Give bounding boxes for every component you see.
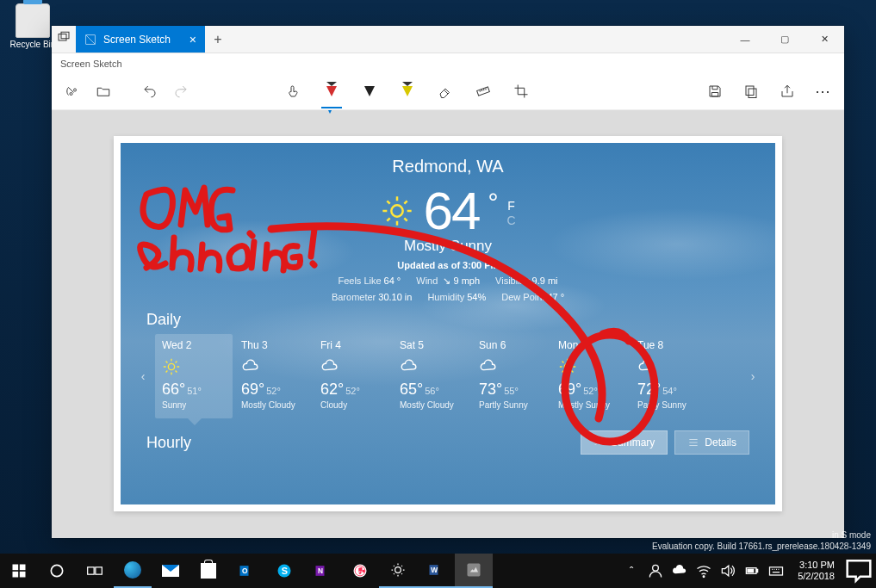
- itunes-button[interactable]: [341, 554, 379, 588]
- svg-rect-4: [746, 86, 754, 96]
- copy-button[interactable]: [739, 79, 763, 103]
- titlebar: Screen Sketch × + — ▢ ✕: [52, 26, 844, 53]
- day-card-1[interactable]: Thu 369°52°Mostly Cloudy: [234, 334, 312, 418]
- details-button[interactable]: Details: [674, 430, 749, 455]
- degree-symbol: °: [488, 188, 498, 217]
- weather-app-button[interactable]: [379, 554, 417, 588]
- svg-text:O: O: [242, 566, 248, 575]
- keyboard-icon[interactable]: [765, 554, 787, 588]
- mail-button[interactable]: [152, 554, 189, 588]
- day-card-3[interactable]: Sat 565°56°Mostly Cloudy: [393, 334, 470, 418]
- recycle-bin-icon: [16, 3, 50, 38]
- daily-forecast: ‹ Wed 266°51°SunnyThu 369°52°Mostly Clou…: [121, 334, 775, 418]
- crop-button[interactable]: [509, 79, 533, 103]
- screen-sketch-taskbar-button[interactable]: [455, 554, 493, 588]
- onedrive-icon[interactable]: [668, 554, 691, 588]
- redo-button[interactable]: [169, 79, 193, 103]
- task-view-button[interactable]: [76, 554, 114, 588]
- eraser-button[interactable]: [433, 79, 457, 103]
- maximize-button[interactable]: ▢: [765, 26, 805, 53]
- svg-text:N: N: [318, 566, 323, 575]
- svg-point-30: [703, 576, 705, 578]
- svg-rect-32: [756, 569, 758, 572]
- system-tray: ˆ: [620, 554, 791, 588]
- screen-sketch-window: Screen Sketch × + — ▢ ✕ Screen Sketch ▾: [52, 26, 844, 538]
- edge-button[interactable]: [114, 554, 152, 588]
- svg-rect-12: [13, 572, 19, 578]
- day-card-5[interactable]: Mon 769°52°Mostly Sunny: [551, 334, 629, 418]
- day-card-6[interactable]: Tue 872°54°Partly Sunny: [631, 334, 708, 418]
- sun-icon: [380, 194, 414, 228]
- day-card-2[interactable]: Fri 462°52°Cloudy: [314, 334, 391, 418]
- store-button[interactable]: [189, 554, 227, 588]
- power-icon[interactable]: [741, 554, 763, 588]
- svg-point-25: [395, 567, 401, 573]
- app-icon: [84, 34, 96, 46]
- svg-rect-1: [61, 32, 69, 39]
- word-button[interactable]: W: [417, 554, 455, 588]
- network-icon[interactable]: [693, 554, 715, 588]
- svg-rect-33: [748, 569, 754, 572]
- touch-writing-button[interactable]: [282, 79, 306, 103]
- window-subtitle: Screen Sketch: [52, 53, 844, 72]
- onenote-button[interactable]: N: [303, 554, 341, 588]
- svg-rect-5: [749, 89, 756, 98]
- volume-icon[interactable]: [717, 554, 739, 588]
- undo-button[interactable]: [138, 79, 162, 103]
- tab-close-icon[interactable]: ×: [189, 33, 196, 46]
- window-controls: — ▢ ✕: [725, 26, 844, 53]
- svg-point-8: [564, 363, 570, 369]
- minimize-button[interactable]: —: [725, 26, 765, 53]
- scroll-right[interactable]: ›: [746, 334, 760, 418]
- tab-screen-sketch[interactable]: Screen Sketch ×: [76, 26, 205, 53]
- black-pen-button[interactable]: [357, 79, 382, 103]
- open-button[interactable]: [91, 79, 115, 103]
- svg-point-7: [168, 363, 174, 369]
- more-button[interactable]: ⋯: [811, 79, 836, 103]
- current-temp: 64: [423, 180, 479, 241]
- clock[interactable]: 3:10 PM 5/2/2018: [791, 560, 842, 582]
- svg-rect-15: [88, 567, 95, 574]
- tray-overflow[interactable]: ˆ: [620, 554, 643, 588]
- recycle-bin-label: Recycle Bin: [7, 40, 59, 49]
- people-icon[interactable]: [644, 554, 667, 588]
- svg-rect-28: [468, 564, 481, 577]
- svg-rect-3: [476, 86, 489, 95]
- condition-label: Mostly Sunny: [121, 238, 775, 255]
- action-center-button[interactable]: [842, 554, 876, 588]
- summary-button[interactable]: Summary: [581, 430, 668, 455]
- start-button[interactable]: [0, 554, 38, 588]
- new-tab-button[interactable]: +: [205, 26, 231, 53]
- highlighter-button[interactable]: [395, 79, 419, 103]
- location-label: Redmond, WA: [121, 157, 775, 176]
- day-card-0[interactable]: Wed 266°51°Sunny: [155, 334, 233, 418]
- cortana-button[interactable]: [38, 554, 76, 588]
- share-button[interactable]: [775, 79, 799, 103]
- daily-label: Daily: [146, 311, 775, 329]
- taskbar: O S N W ˆ 3:10 PM 5/2/2018: [0, 554, 876, 588]
- snip-sheet: Redmond, WA 64 ° F C Mostly Sunny Update…: [114, 136, 782, 511]
- skype-button[interactable]: S: [265, 554, 303, 588]
- save-button[interactable]: [703, 79, 727, 103]
- svg-rect-11: [20, 565, 26, 571]
- svg-rect-16: [96, 567, 103, 574]
- weather-widget: Redmond, WA 64 ° F C Mostly Sunny Update…: [121, 143, 775, 504]
- svg-rect-0: [59, 34, 66, 41]
- stats-row-2: Barometer30.10 in Humidity54% Dew Point4…: [121, 292, 775, 302]
- canvas-area[interactable]: Redmond, WA 64 ° F C Mostly Sunny Update…: [52, 110, 844, 538]
- ruler-button[interactable]: [471, 79, 495, 103]
- day-card-4[interactable]: Sun 673°55°Partly Sunny: [472, 334, 550, 418]
- new-snip-button[interactable]: [60, 79, 84, 103]
- sets-previous-icon[interactable]: [52, 26, 76, 50]
- svg-rect-34: [770, 567, 783, 575]
- unit-c[interactable]: C: [506, 214, 515, 228]
- toolbar: ▾ ⋯: [52, 72, 844, 110]
- close-button[interactable]: ✕: [805, 26, 844, 53]
- recycle-bin[interactable]: Recycle Bin: [7, 3, 59, 49]
- svg-rect-10: [13, 565, 19, 571]
- updated-label: Updated as of 3:00 PM: [121, 260, 775, 270]
- scroll-left[interactable]: ‹: [136, 334, 150, 418]
- outlook-button[interactable]: O: [227, 554, 265, 588]
- red-pen-button[interactable]: ▾: [320, 79, 344, 103]
- unit-f[interactable]: F: [506, 199, 515, 214]
